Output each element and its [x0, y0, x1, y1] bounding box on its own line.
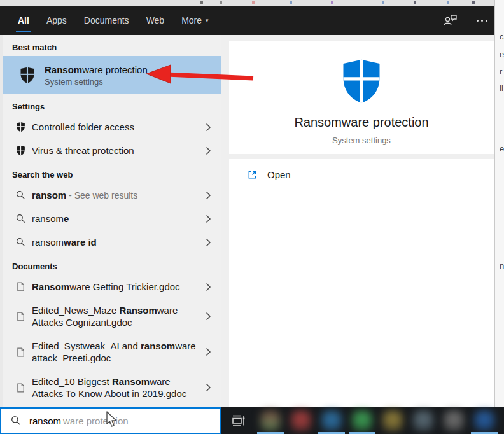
result-row[interactable]: Controlled folder access [3, 115, 221, 139]
result-text: ransom - See web results [32, 189, 137, 202]
chevron-right-icon [206, 191, 211, 200]
best-match-result[interactable]: Ransomware protection System settings [3, 56, 221, 94]
taskbar-app-icon[interactable] [377, 407, 408, 434]
result-row[interactable]: ransome [3, 207, 221, 230]
search-filter-tabbar: AllAppsDocumentsWebMore▾ [0, 6, 494, 35]
background-text-fragment: e [500, 144, 504, 153]
taskbar-app-icon[interactable] [316, 407, 347, 434]
result-row[interactable]: Edited_News_Maze RansomwareAttacks Cogni… [3, 298, 221, 334]
windows-search-flyout: AllAppsDocumentsWebMore▾ Best match [0, 0, 504, 434]
shield-icon [15, 145, 26, 156]
search-suggestion-text: ware protection [63, 416, 129, 426]
text-caret [62, 416, 62, 426]
defender-shield-icon [337, 57, 386, 105]
result-text: ransomware id [32, 236, 97, 248]
background-text-fragment: n [500, 261, 504, 270]
tab-all[interactable]: All [18, 6, 29, 35]
tab-apps[interactable]: Apps [46, 6, 67, 35]
open-action[interactable]: Open [229, 159, 494, 190]
tab-documents[interactable]: Documents [84, 6, 129, 35]
desktop-background-strip [0, 0, 494, 6]
section-header: Settings [3, 94, 221, 115]
search-icon [15, 237, 26, 247]
section-header: Documents [3, 254, 221, 275]
best-match-subtitle: System settings [45, 77, 148, 87]
open-external-icon [247, 169, 258, 180]
defender-shield-icon [18, 66, 37, 84]
chevron-down-icon: ▾ [206, 17, 209, 24]
result-text: Edited_News_Maze RansomwareAttacks Cogni… [32, 304, 178, 328]
search-results-panel: Best match Ransomware protection System … [0, 35, 221, 407]
section-header-best-match: Best match [3, 35, 221, 56]
background-page-edge: cerllen [494, 0, 504, 407]
search-icon [15, 190, 26, 200]
result-text: Virus & threat protection [32, 144, 134, 157]
more-options-icon[interactable] [474, 17, 490, 24]
doc-icon [15, 383, 26, 393]
taskbar-app-icon[interactable] [408, 407, 438, 434]
doc-icon [15, 347, 26, 357]
chevron-right-icon [206, 146, 211, 155]
search-icon [15, 214, 26, 223]
account-feedback-icon[interactable] [444, 13, 458, 27]
result-row[interactable]: Edited_Systweak_AI and ransomwareattack_… [3, 334, 221, 370]
preview-title: Ransomware protection [229, 115, 494, 130]
result-row[interactable]: Edited_10 Biggest RansomwareAttacks To K… [3, 370, 221, 405]
preview-hero-card: Ransomware protection System settings [229, 41, 494, 154]
doc-icon [15, 282, 26, 291]
taskbar [221, 407, 504, 434]
taskbar-app-icon[interactable] [255, 407, 286, 434]
chevron-right-icon [206, 347, 211, 356]
result-text: ransome [32, 213, 69, 225]
chevron-right-icon [206, 283, 211, 291]
chevron-right-icon [206, 238, 211, 247]
open-label: Open [267, 169, 291, 180]
section-header: Search the web [3, 162, 221, 183]
result-row[interactable]: ransomware id [3, 230, 221, 254]
background-text-fragment: c [500, 32, 504, 41]
tab-more[interactable]: More▾ [181, 6, 208, 35]
background-text-fragment: ll [500, 83, 503, 93]
chevron-right-icon [206, 312, 211, 321]
background-text-fragment: r [500, 67, 502, 76]
search-typed-text: ransom [29, 416, 61, 426]
taskbar-app-icon[interactable] [286, 407, 316, 434]
search-icon [11, 416, 21, 426]
chevron-right-icon [206, 383, 211, 392]
result-row[interactable]: Virus & threat protection [3, 139, 221, 162]
task-view-icon[interactable] [228, 407, 248, 434]
result-text: Controlled folder access [32, 121, 134, 133]
best-match-title: Ransomware protection [45, 64, 148, 75]
preview-actions-card: Open [229, 159, 494, 407]
preview-subtitle: System settings [229, 136, 494, 145]
search-input[interactable]: ransomware protection [0, 407, 221, 434]
result-row[interactable]: Ransomware Getting Trickier.gdoc [3, 275, 221, 298]
result-text: Edited_10 Biggest RansomwareAttacks To K… [32, 375, 186, 400]
chevron-right-icon [206, 214, 211, 223]
taskbar-app-icon[interactable] [438, 407, 469, 434]
shield-icon [15, 122, 26, 132]
result-row[interactable]: ransom - See web results [3, 183, 221, 207]
result-text: Edited_Systweak_AI and ransomwareattack_… [32, 340, 196, 364]
taskbar-app-icon[interactable] [347, 407, 377, 434]
chevron-right-icon [206, 123, 211, 132]
result-text: Ransomware Getting Trickier.gdoc [32, 281, 180, 293]
taskbar-app-icon[interactable] [469, 407, 500, 434]
background-text-fragment: e [500, 50, 504, 59]
doc-icon [15, 312, 26, 321]
preview-panel: Ransomware protection System settings Op… [221, 35, 494, 407]
tab-web[interactable]: Web [146, 6, 165, 35]
